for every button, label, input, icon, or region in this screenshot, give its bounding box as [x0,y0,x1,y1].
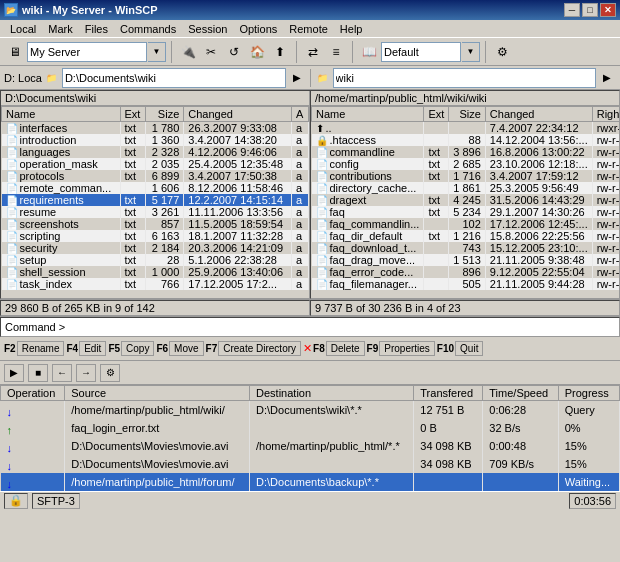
remote-path-go[interactable]: ▶ [598,69,616,87]
maximize-button[interactable]: □ [582,3,598,17]
right-file-row[interactable]: 📄directory_cache... 1 861 25.3.2005 9:56… [312,182,620,194]
toolbar-book[interactable]: 📖 [358,41,380,63]
op-settings[interactable]: ⚙ [100,364,120,382]
left-file-row[interactable]: 📄resume txt 3 261 11.11.2006 13:3:56 a [2,206,309,218]
left-file-changed: 11.11.2006 13:3:56 [184,206,292,218]
fkey-f8-label[interactable]: Delete [326,341,365,356]
transfer-table[interactable]: Operation Source Destination Transfered … [0,385,620,491]
transfer-row[interactable]: ↓ /home/martinp/public_html/wiki/ D:\Doc… [1,401,620,420]
right-file-size: 1 716 [449,170,486,182]
profile-dropdown[interactable]: ▼ [462,42,480,62]
toolbar-settings[interactable]: ⚙ [491,41,513,63]
menu-files[interactable]: Files [79,22,114,36]
left-col-changed[interactable]: Changed [184,107,292,122]
transfer-row[interactable]: ↓ D:\Documents\Movies\movie.avi /home/ma… [1,437,620,455]
right-file-row[interactable]: 📄faq_commandlin... 102 17.12.2006 12:45:… [312,218,620,230]
toolbar-sync[interactable]: ⇄ [302,41,324,63]
left-file-row[interactable]: 📄languages txt 2 328 4.12.2006 9:46:06 a [2,146,309,158]
left-file-row[interactable]: 📄protocols txt 6 899 3.4.2007 17:50:38 a [2,170,309,182]
right-file-ext [424,134,449,146]
transfer-row[interactable]: ↓ /home/martinp/public_html/forum/ D:\Do… [1,473,620,491]
transfer-col-op: Operation [1,386,65,401]
left-file-row[interactable]: 📄shell_session txt 1 000 25.9.2006 13:40… [2,266,309,278]
profile-combo[interactable] [381,42,461,62]
toolbar-btn-1[interactable]: 🖥 [4,41,26,63]
transfer-row[interactable]: ↑ faq_login_error.txt 0 B 32 B/s 0% [1,419,620,437]
right-file-row[interactable]: 📄config txt 2 685 23.10.2006 12:18:... r… [312,158,620,170]
left-col-a[interactable]: A [292,107,309,122]
toolbar-refresh[interactable]: ↺ [223,41,245,63]
menu-session[interactable]: Session [182,22,233,36]
server-dropdown[interactable]: ▼ [148,42,166,62]
left-file-row[interactable]: 📄task_index txt 766 17.12.2005 17:2... a [2,278,309,290]
right-file-row[interactable]: 📄faq_download_t... 743 15.12.2005 23:10:… [312,242,620,254]
remote-path-input[interactable] [333,68,597,88]
right-file-row[interactable]: 📄dragext txt 4 245 31.5.2006 14:43:29 rw… [312,194,620,206]
toolbar-home[interactable]: 🏠 [246,41,268,63]
toolbar-connect[interactable]: 🔌 [177,41,199,63]
local-path-input[interactable] [62,68,286,88]
op-back[interactable]: ← [52,364,72,382]
transfer-op-icon: ↑ [1,419,65,437]
menu-remote[interactable]: Remote [283,22,334,36]
toolbar-up[interactable]: ⬆ [269,41,291,63]
right-col-ext[interactable]: Ext [424,107,449,122]
right-col-name[interactable]: Name [312,107,424,122]
left-file-row[interactable]: 📄security txt 2 184 20.3.2006 14:21:09 a [2,242,309,254]
op-play[interactable]: ▶ [4,364,24,382]
local-path-go[interactable]: ▶ [288,69,306,87]
left-file-row[interactable]: 📄remote_comman... 1 606 8.12.2006 11:58:… [2,182,309,194]
left-file-table[interactable]: Name Ext Size Changed A 📄interfaces txt … [1,106,309,298]
menu-commands[interactable]: Commands [114,22,182,36]
command-input[interactable] [69,321,615,333]
menu-options[interactable]: Options [233,22,283,36]
right-file-table[interactable]: Name Ext Size Changed Rights ⬆.. 7.4.200… [311,106,619,298]
left-file-row[interactable]: 📄scripting txt 6 163 18.1.2007 11:32:28 … [2,230,309,242]
right-file-row[interactable]: ⬆.. 7.4.2007 22:34:12 rwxr-xr-x [312,122,620,135]
right-file-ext: txt [424,170,449,182]
right-file-name: 📄faq_drag_move... [312,254,424,266]
fkey-f7-label[interactable]: Create Directory [218,341,301,356]
left-col-ext[interactable]: Ext [120,107,146,122]
right-file-row[interactable]: 📄faq_error_code... 896 9.12.2005 22:55:0… [312,266,620,278]
menu-local[interactable]: Local [4,22,42,36]
fkey-f4-label[interactable]: Edit [79,341,106,356]
left-col-name[interactable]: Name [2,107,121,122]
right-file-row[interactable]: 📄faq txt 5 234 29.1.2007 14:30:26 rw-r--… [312,206,620,218]
left-file-row[interactable]: 📄introduction txt 1 360 3.4.2007 14:38:2… [2,134,309,146]
left-file-row[interactable]: 📄interfaces txt 1 780 26.3.2007 9:33:08 … [2,122,309,135]
op-stop[interactable]: ■ [28,364,48,382]
menu-help[interactable]: Help [334,22,369,36]
right-col-rights[interactable]: Rights [592,107,619,122]
left-file-row[interactable]: 📄setup txt 28 5.1.2006 22:38:28 a [2,254,309,266]
server-combo[interactable] [27,42,147,62]
toolbar-disconnect[interactable]: ✂ [200,41,222,63]
left-file-a: a [292,242,309,254]
fkey-f5-label[interactable]: Copy [121,341,154,356]
right-file-row[interactable]: 📄contributions txt 1 716 3.4.2007 17:59:… [312,170,620,182]
minimize-button[interactable]: ─ [564,3,580,17]
transfer-row[interactable]: ↓ D:\Documents\Movies\movie.avi 34 098 K… [1,455,620,473]
right-file-row[interactable]: 📄faq_drag_move... 1 513 21.11.2005 9:38:… [312,254,620,266]
left-col-size[interactable]: Size [146,107,184,122]
toolbar-compare[interactable]: ≡ [325,41,347,63]
op-fwd[interactable]: → [76,364,96,382]
right-file-row[interactable]: 🔒.htaccess 88 14.12.2004 13:56:... rw-r-… [312,134,620,146]
left-file-row[interactable]: 📄operation_mask txt 2 035 25.4.2005 12:3… [2,158,309,170]
left-file-row[interactable]: 📄requirements txt 5 177 12.2.2007 14:15:… [2,194,309,206]
left-file-row[interactable]: 📄screenshots txt 857 11.5.2005 18:59:54 … [2,218,309,230]
window-controls[interactable]: ─ □ ✕ [564,3,616,17]
menu-mark[interactable]: Mark [42,22,78,36]
fkey-f6-label[interactable]: Move [169,341,203,356]
status-session: SFTP-3 [32,493,80,509]
fkey-f10-label[interactable]: Quit [455,341,483,356]
right-file-row[interactable]: 📄faq_filemanager... 505 21.11.2005 9:44:… [312,278,620,290]
fkey-f9-label[interactable]: Properties [379,341,435,356]
right-col-size[interactable]: Size [449,107,486,122]
fkey-f2-label[interactable]: Rename [17,341,65,356]
right-file-row[interactable]: 📄faq_dir_default txt 1 216 15.8.2006 22:… [312,230,620,242]
right-col-changed[interactable]: Changed [485,107,592,122]
close-button[interactable]: ✕ [600,3,616,17]
status-lock: 🔒 [4,493,28,509]
right-file-row[interactable]: 📄commandline txt 3 896 16.8.2006 13:00:2… [312,146,620,158]
